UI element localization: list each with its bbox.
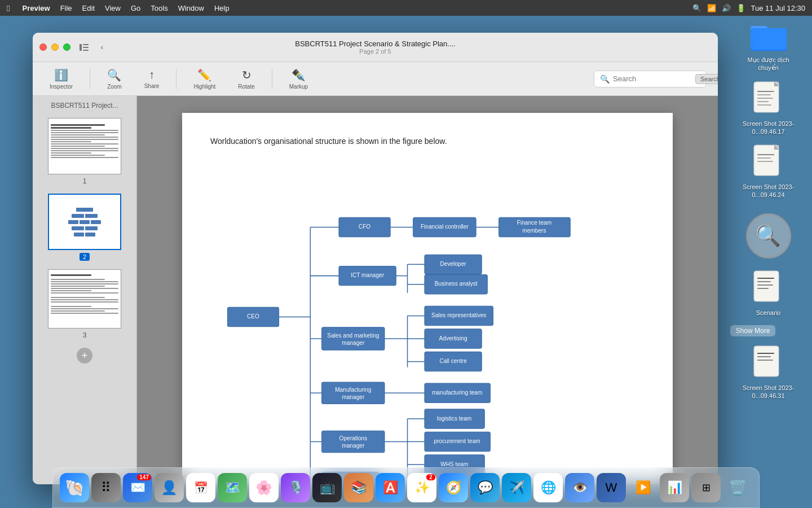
svg-text:members: members	[522, 227, 546, 234]
svg-rect-10	[757, 104, 771, 106]
apple-menu[interactable]: 	[7, 3, 10, 13]
svg-rect-14	[757, 154, 774, 155]
svg-rect-17	[754, 271, 779, 301]
menu-tools[interactable]: Tools	[151, 4, 167, 12]
dock-trash[interactable]: 🗑️	[723, 473, 752, 502]
maximize-button[interactable]	[63, 43, 70, 51]
finder-sidebar: Mục được dịch chuyển Screen Shot 2023-0.…	[725, 16, 812, 400]
svg-rect-6	[757, 91, 774, 92]
dock-resize[interactable]: ⊞	[691, 473, 721, 502]
file-icon-4	[753, 345, 784, 381]
finder-item-magnifier[interactable]: 🔍	[730, 213, 806, 259]
dock-preview[interactable]: 👁️	[565, 473, 594, 502]
svg-rect-76	[322, 431, 385, 452]
wifi-icon[interactable]: 📶	[707, 4, 716, 12]
markup-tool[interactable]: ✒️ Markup	[284, 65, 314, 93]
dock-telegram[interactable]: ✈️	[502, 473, 531, 502]
dock-appstore[interactable]: 🅰️	[376, 473, 405, 502]
document-page: Worlducation's organisational structure …	[182, 113, 673, 484]
finder-item-screenshot2[interactable]: Screen Shot 2023-0...09.46.24	[730, 144, 806, 199]
menu-view[interactable]: View	[105, 4, 121, 12]
dock-tv[interactable]: 📺	[312, 473, 342, 502]
dock-skype[interactable]: 💬	[470, 473, 500, 502]
dock-chrome[interactable]: 🌐	[533, 473, 563, 502]
rotate-icon: ↻	[242, 68, 251, 82]
svg-rect-21	[757, 288, 769, 289]
ceo-text: CEO	[247, 313, 259, 319]
svg-rect-29	[83, 50, 89, 51]
svg-rect-20	[757, 284, 773, 286]
svg-text:manager: manager	[342, 340, 365, 346]
highlight-icon: ✏️	[197, 68, 211, 82]
dock-parallels[interactable]: ▶️	[628, 473, 657, 502]
show-more-button[interactable]: Show More	[730, 325, 775, 336]
svg-rect-54	[322, 327, 385, 351]
add-page-button[interactable]: +	[77, 348, 92, 364]
page-text-top: Worlducation's organisational structure …	[210, 135, 645, 147]
volume-icon[interactable]: 🔊	[722, 4, 731, 12]
window-title-area: BSBCRT511 Project Scenario & Strategic P…	[295, 40, 455, 55]
menu-edit[interactable]: Edit	[82, 4, 95, 12]
dock-word[interactable]: W	[597, 473, 626, 502]
dock-maps[interactable]: 🗺️	[218, 473, 247, 502]
nav-back-button[interactable]: ‹	[94, 40, 110, 55]
preview-window: ‹ BSBCRT511 Project Scenario & Strategic…	[33, 33, 718, 484]
finder-item-folder[interactable]: Mục được dịch chuyển	[730, 21, 806, 72]
search-submit-button[interactable]: Search	[695, 74, 718, 84]
menubar-right: 🔍 📶 🔊 🔋 Tue 11 Jul 12:30	[692, 4, 805, 12]
finder-item-screenshot1[interactable]: Screen Shot 2023-0...09.46.17	[730, 81, 806, 136]
svg-rect-22	[754, 346, 779, 376]
share-icon: ↑	[149, 68, 155, 81]
dock-books[interactable]: 📚	[344, 473, 373, 502]
sidebar-toggle-button[interactable]	[76, 40, 92, 55]
minimize-button[interactable]	[51, 43, 59, 51]
svg-text:Advertising: Advertising	[439, 335, 467, 341]
thumbnail-page-3[interactable]: 3	[48, 269, 121, 339]
menubar:  Preview File Edit View Go Tools Window…	[0, 0, 812, 16]
window-subtitle: Page 2 of 5	[359, 48, 391, 55]
svg-text:Manufacturing: Manufacturing	[335, 387, 371, 393]
dock-safari[interactable]: 🧭	[439, 473, 468, 502]
menu-go[interactable]: Go	[131, 4, 140, 12]
thumbnail-page-1[interactable]: 1	[48, 118, 121, 185]
menu-window[interactable]: Window	[178, 4, 204, 12]
thumb-frame-3	[48, 269, 121, 329]
finder-item-screenshot3[interactable]: Screen Shot 2023-0...09.46.31	[730, 345, 806, 400]
inspector-tool[interactable]: ℹ️ Inspector	[44, 65, 78, 93]
file-icon-2	[753, 144, 784, 180]
svg-text:Sales representatives: Sales representatives	[431, 312, 486, 318]
dock-presentations[interactable]: 📊	[660, 473, 689, 502]
dock-launchpad[interactable]: ⠿	[91, 473, 121, 502]
menu-help[interactable]: Help	[214, 4, 230, 12]
highlight-tool[interactable]: ✏️ Highlight	[188, 65, 221, 93]
markup-icon: ✒️	[292, 68, 306, 82]
rotate-tool[interactable]: ↻ Rotate	[232, 65, 260, 93]
preview-content: BSBCRT511 Project...	[33, 96, 718, 484]
dock-calendar[interactable]: 📅	[186, 473, 215, 502]
control-center-icon[interactable]: 🔍	[692, 4, 701, 12]
search-input[interactable]	[613, 75, 692, 83]
app-name[interactable]: Preview	[22, 4, 50, 12]
dock-finder[interactable]: 🐚	[60, 473, 89, 502]
dock-podcasts[interactable]: 🎙️	[281, 473, 310, 502]
dock: 🐚 ⠿ ✉️ 147 👤 📅 🗺️ 🌸 🎙️ 📺 📚	[52, 467, 760, 508]
document-area[interactable]: Worlducation's organisational structure …	[137, 96, 718, 484]
dock-contacts[interactable]: 👤	[155, 473, 184, 502]
thumb-frame-1	[48, 118, 121, 174]
thumbnail-page-2[interactable]: 2	[48, 194, 121, 261]
zoom-out-tool[interactable]: 🔍 Zoom	[102, 65, 127, 93]
finder-file-label-4: Screen Shot 2023-0...09.46.31	[740, 384, 797, 400]
org-chart: .box { fill: #4a7ab5; stroke: #3a6aa5; s…	[210, 161, 645, 484]
dock-gemini[interactable]: ✨ 2	[407, 473, 436, 502]
close-button[interactable]	[39, 43, 47, 51]
toolbar-divider-3	[272, 69, 272, 89]
dock-photos[interactable]: 🌸	[249, 473, 279, 502]
svg-rect-25	[757, 360, 773, 361]
battery-icon[interactable]: 🔋	[736, 4, 745, 12]
menu-file[interactable]: File	[60, 4, 72, 12]
file-icon-1	[753, 81, 784, 117]
finder-item-scenario[interactable]: Scenario	[730, 270, 806, 317]
share-tool[interactable]: ↑ Share	[139, 65, 165, 93]
svg-text:Call centre: Call centre	[439, 358, 467, 364]
dock-mail[interactable]: ✉️ 147	[123, 473, 152, 502]
